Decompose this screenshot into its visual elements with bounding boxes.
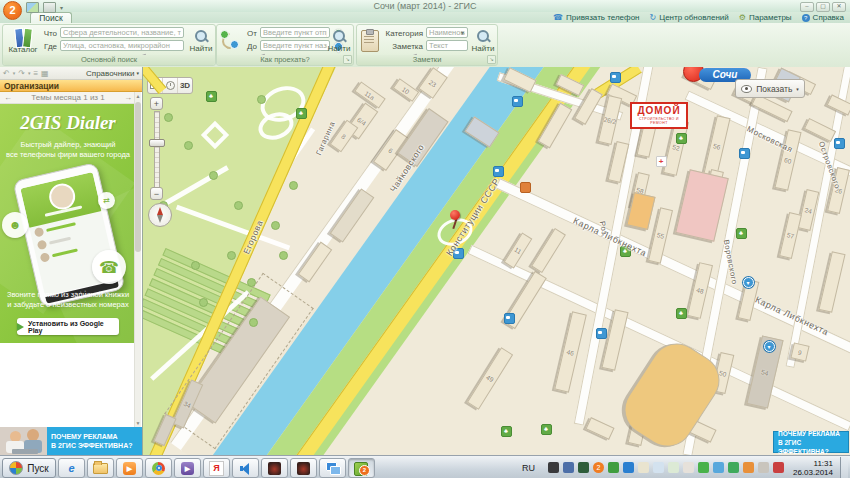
play-icon bbox=[17, 323, 24, 331]
taskbar-rdp-button[interactable] bbox=[319, 458, 346, 478]
catalog-button[interactable]: Каталог bbox=[6, 27, 40, 55]
building bbox=[626, 192, 655, 230]
taskbar-dark2-button[interactable] bbox=[290, 458, 317, 478]
building: 49 bbox=[467, 347, 513, 410]
screenshot-icon[interactable] bbox=[26, 2, 39, 13]
tray-icon[interactable] bbox=[683, 462, 694, 473]
link-phone[interactable]: ☎Привязать телефон bbox=[553, 13, 639, 22]
notes-text-input[interactable] bbox=[426, 40, 468, 51]
compass-button[interactable] bbox=[148, 203, 172, 227]
list-view-icon[interactable]: ≡ bbox=[33, 69, 38, 78]
forward-dropdown-icon[interactable]: ▾ bbox=[28, 70, 31, 76]
taskbar-ie-button[interactable]: e bbox=[58, 458, 85, 478]
sidebar-empty-area bbox=[0, 343, 136, 427]
park-map-icon: ♣ bbox=[296, 108, 307, 119]
update-icon: ↻ bbox=[650, 14, 657, 22]
taskbar-chrome-button[interactable] bbox=[145, 458, 172, 478]
2gis-logo-icon[interactable]: 2 bbox=[3, 1, 22, 20]
category-dropdown-icon[interactable]: ▾ bbox=[461, 29, 464, 36]
where-input[interactable] bbox=[60, 40, 184, 51]
scrollbar-thumb[interactable] bbox=[135, 102, 141, 252]
tray-icon[interactable] bbox=[743, 462, 754, 473]
taskbar-folder-button[interactable] bbox=[87, 458, 114, 478]
tray-icon[interactable] bbox=[713, 462, 724, 473]
zoom-in-button[interactable]: + bbox=[150, 97, 163, 110]
taskbar-dark1-button[interactable] bbox=[261, 458, 288, 478]
tray-icon[interactable] bbox=[773, 462, 784, 473]
tray-icon[interactable] bbox=[653, 462, 664, 473]
minimize-button[interactable]: – bbox=[800, 2, 814, 12]
tray-icon[interactable] bbox=[608, 462, 619, 473]
tray-icon[interactable] bbox=[668, 462, 679, 473]
notes-find-button[interactable]: Найти bbox=[469, 26, 497, 56]
notes-dialog-launcher[interactable]: ↘ bbox=[487, 55, 496, 64]
tray-icon[interactable] bbox=[578, 462, 589, 473]
google-play-button[interactable]: Установить из Google Play bbox=[17, 318, 119, 335]
pager-next-icon[interactable]: → bbox=[124, 93, 132, 102]
tray-icon[interactable] bbox=[638, 462, 649, 473]
zoom-track[interactable] bbox=[154, 111, 160, 188]
building: 56 bbox=[703, 115, 730, 177]
3d-button[interactable]: 3D bbox=[178, 78, 192, 93]
link-help[interactable]: ?Справка bbox=[802, 13, 844, 22]
taskbar-vol-button[interactable] bbox=[232, 458, 259, 478]
link-update[interactable]: ↻Центр обновлений bbox=[650, 13, 729, 22]
tree bbox=[184, 141, 193, 150]
show-layers-button[interactable]: Показать ▾ bbox=[735, 79, 805, 98]
close-button[interactable]: ✕ bbox=[832, 2, 846, 12]
zoom-slider-handle[interactable] bbox=[149, 139, 165, 147]
taskbar-ya-button[interactable]: Я bbox=[203, 458, 230, 478]
zoom-out-button[interactable]: − bbox=[150, 187, 163, 200]
link-params[interactable]: ⚙Параметры bbox=[739, 13, 792, 22]
contact-icon: ☻ bbox=[2, 212, 28, 238]
route-find-button[interactable]: Найти bbox=[325, 26, 353, 56]
tray-icon[interactable] bbox=[728, 462, 739, 473]
route-to-input[interactable] bbox=[260, 40, 330, 51]
what-input[interactable] bbox=[60, 27, 184, 38]
ad-body-2: и забудьте о неизвестных номерах bbox=[0, 300, 136, 309]
taskbar-oplay-button[interactable]: ▶ bbox=[116, 458, 143, 478]
building bbox=[585, 417, 614, 440]
route-dialog-launcher[interactable]: ↘ bbox=[343, 55, 352, 64]
back-dropdown-icon[interactable]: ▾ bbox=[13, 70, 16, 76]
group-notes-label: Заметки bbox=[357, 55, 497, 65]
why-ads-map-badge[interactable]: ПОЧЕМУ РЕКЛАМА В 2ГИС ЭФФЕКТИВНА? bbox=[773, 431, 849, 453]
why-ads-banner[interactable]: ПОЧЕМУ РЕКЛАМА В 2ГИС ЭФФЕКТИВНА? bbox=[0, 427, 142, 455]
grid-view-icon[interactable]: ▦ bbox=[41, 69, 49, 78]
tray-icon[interactable] bbox=[623, 462, 634, 473]
taskbar-km-button[interactable]: ▶ bbox=[174, 458, 201, 478]
taskbar-clock[interactable]: 11:31 26.03.2014 bbox=[793, 459, 833, 477]
pager-prev-icon[interactable]: ← bbox=[4, 93, 12, 102]
tray-icon[interactable] bbox=[758, 462, 769, 473]
tray-icon[interactable] bbox=[698, 462, 709, 473]
tray-icon[interactable]: 2 bbox=[593, 462, 604, 473]
scroll-up-icon[interactable]: ▲ bbox=[135, 92, 141, 100]
map-pin[interactable] bbox=[447, 210, 463, 230]
print-icon[interactable] bbox=[43, 2, 56, 13]
taskbar-gis-button[interactable] bbox=[348, 458, 375, 478]
link-label: Центр обновлений bbox=[659, 13, 729, 22]
qat-dropdown-icon[interactable]: ▾ bbox=[60, 4, 63, 11]
dark2-icon bbox=[297, 462, 310, 475]
main-find-button[interactable]: Найти bbox=[187, 26, 215, 56]
domoy-subtitle: СТРОИТЕЛЬСТВО И РЕМОНТ bbox=[632, 117, 686, 125]
organizations-header[interactable]: Организации bbox=[0, 80, 142, 92]
back-icon[interactable]: ↶ bbox=[3, 69, 10, 78]
maximize-button[interactable]: ▢ bbox=[816, 2, 830, 12]
tray-icon[interactable] bbox=[548, 462, 559, 473]
dialer-ad[interactable]: 2GIS Dialer Быстрый дайлер, знающий все … bbox=[0, 104, 136, 343]
route-from-input[interactable] bbox=[260, 27, 330, 38]
map-canvas[interactable]: 6/4862311а103426/25256535855602624579545… bbox=[143, 67, 850, 455]
language-indicator[interactable]: RU bbox=[522, 463, 535, 473]
start-button[interactable]: Пуск bbox=[2, 458, 56, 478]
directories-dropdown[interactable]: Справочники▾ bbox=[86, 69, 139, 78]
bus-map-icon bbox=[512, 96, 523, 107]
find-magnifier-icon bbox=[476, 29, 490, 43]
tray-icon[interactable] bbox=[563, 462, 574, 473]
system-tray: RU 2 11:31 26.03.2014 bbox=[522, 456, 848, 478]
show-desktop-button[interactable] bbox=[840, 457, 848, 478]
scroll-down-icon[interactable]: ▼ bbox=[135, 419, 141, 427]
domoy-ad-billboard[interactable]: ДОМОЙ СТРОИТЕЛЬСТВО И РЕМОНТ bbox=[630, 102, 688, 129]
sidebar-scrollbar[interactable]: ▲ ▼ bbox=[134, 92, 141, 427]
forward-icon[interactable]: ↷ bbox=[18, 69, 25, 78]
